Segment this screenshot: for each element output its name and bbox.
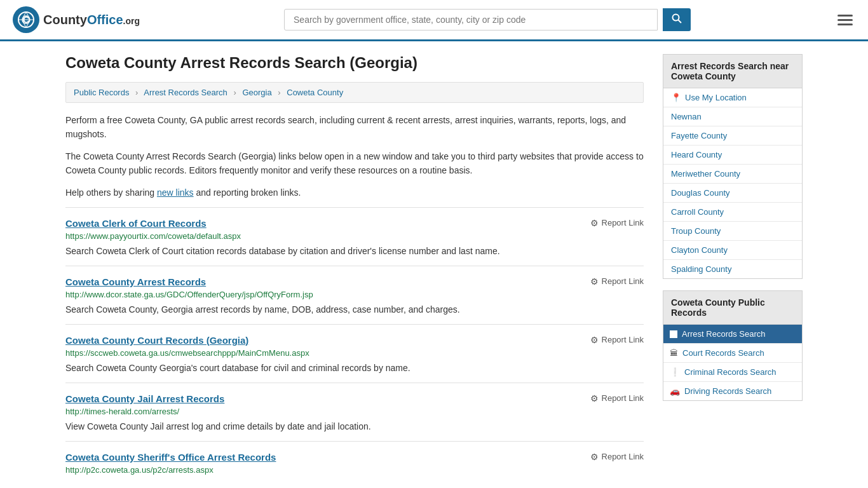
report-icon-3: ⚙ <box>590 393 599 403</box>
breadcrumb-arrest-records[interactable]: Arrest Records Search <box>144 88 227 97</box>
site-header: C CountyOffice.org <box>0 0 868 41</box>
main-container: Coweta County Arrest Records Search (Geo… <box>53 41 815 488</box>
public-icon-3: 🚗 <box>670 386 680 396</box>
sidebar-nearby-link-4[interactable]: Douglas County <box>671 188 730 198</box>
record-url-4: http://p2c.coweta.ga.us/p2c/arrests.aspx <box>65 465 644 475</box>
sidebar-nearby-link-5[interactable]: Carroll County <box>671 207 724 217</box>
sidebar-nearby-link-1[interactable]: Fayette County <box>671 131 727 140</box>
sidebar-nearby-link-6[interactable]: Troup County <box>671 226 721 236</box>
sidebar-nearby-item-4: Douglas County <box>663 184 802 203</box>
report-link-label-1: Report Link <box>602 276 644 286</box>
record-title-1[interactable]: Coweta County Arrest Records <box>65 276 206 287</box>
sidebar-nearby-title: Arrest Records Search near Coweta County <box>663 54 803 88</box>
record-entry-4: Coweta County Sheriff's Office Arrest Re… <box>65 441 644 486</box>
breadcrumb-coweta[interactable]: Coweta County <box>287 88 343 97</box>
content-area: Coweta County Arrest Records Search (Geo… <box>65 54 644 486</box>
sidebar-nearby-item-6: Troup County <box>663 222 802 241</box>
report-icon-0: ⚙ <box>590 218 599 228</box>
page-title: Coweta County Arrest Records Search (Geo… <box>65 54 644 72</box>
new-links-link[interactable]: new links <box>157 187 194 198</box>
public-link-2[interactable]: Criminal Records Search <box>684 367 776 377</box>
hamburger-line-1 <box>837 15 853 17</box>
record-url-3: http://times-herald.com/arrests/ <box>65 407 644 416</box>
record-entry-header-0: Coweta Clerk of Court Records ⚙ Report L… <box>65 218 644 229</box>
hamburger-button[interactable] <box>835 12 855 28</box>
sidebar-public-item-0[interactable]: Arrest Records Search <box>663 325 802 344</box>
record-desc-2: Search Coweta County Georgia's court dat… <box>65 362 644 375</box>
record-url-0: https://www.payyourtix.com/coweta/defaul… <box>65 231 644 241</box>
report-icon-2: ⚙ <box>590 335 599 345</box>
sidebar: Arrest Records Search near Coweta County… <box>663 54 803 486</box>
sidebar-public-records-title: Coweta County Public Records <box>663 290 803 325</box>
sidebar-nearby-item-7: Clayton County <box>663 241 802 260</box>
record-title-0[interactable]: Coweta Clerk of Court Records <box>65 218 207 229</box>
report-icon-1: ⚙ <box>590 276 599 287</box>
record-desc-1: Search Coweta County, Georgia arrest rec… <box>65 303 644 316</box>
record-title-4[interactable]: Coweta County Sheriff's Office Arrest Re… <box>65 452 276 463</box>
svg-point-4 <box>673 15 679 21</box>
sidebar-nearby-item-8: Spalding County <box>663 260 802 278</box>
record-desc-3: View Coweta County Jail arrest log and c… <box>65 420 644 433</box>
report-icon-4: ⚙ <box>590 452 599 462</box>
sidebar-nearby-item-5: Carroll County <box>663 203 802 222</box>
description-para-1: Perform a free Coweta County, GA public … <box>65 113 644 142</box>
sidebar-nearby-item-1: Fayette County <box>663 126 802 146</box>
report-link-label-2: Report Link <box>602 335 644 344</box>
breadcrumb-public-records[interactable]: Public Records <box>74 88 129 97</box>
public-icon-2: ❕ <box>670 367 680 377</box>
record-entry-header-1: Coweta County Arrest Records ⚙ Report Li… <box>65 276 644 287</box>
sidebar-nearby-link-0[interactable]: Newnan <box>671 112 702 121</box>
report-link-0[interactable]: ⚙ Report Link <box>590 218 644 228</box>
logo-icon: C <box>13 6 39 33</box>
description-para-2: The Coweta County Arrest Records Search … <box>65 149 644 178</box>
sidebar-public-item-1[interactable]: 🏛Court Records Search <box>663 344 802 363</box>
record-entry-header-3: Coweta County Jail Arrest Records ⚙ Repo… <box>65 393 644 404</box>
record-entry-2: Coweta County Court Records (Georgia) ⚙ … <box>65 324 644 383</box>
breadcrumb: Public Records › Arrest Records Search ›… <box>65 82 644 103</box>
report-link-3[interactable]: ⚙ Report Link <box>590 393 644 403</box>
sidebar-public-item-3[interactable]: 🚗Driving Records Search <box>663 382 802 400</box>
sidebar-nearby-link-2[interactable]: Heard County <box>671 150 722 159</box>
hamburger-line-2 <box>837 19 853 21</box>
record-desc-0: Search Coweta Clerk of Court citation re… <box>65 245 644 258</box>
public-icon-1: 🏛 <box>670 348 678 358</box>
logo-area: C CountyOffice.org <box>13 6 140 33</box>
hamburger-line-3 <box>837 24 853 25</box>
sidebar-public-records-links: Arrest Records Search🏛Court Records Sear… <box>663 325 803 401</box>
report-link-1[interactable]: ⚙ Report Link <box>590 276 644 287</box>
record-entry-1: Coweta County Arrest Records ⚙ Report Li… <box>65 266 644 324</box>
use-my-location-link[interactable]: Use My Location <box>685 93 747 102</box>
sidebar-nearby-item-3: Meriwether County <box>663 165 802 184</box>
report-link-label-3: Report Link <box>602 393 644 403</box>
report-link-label-0: Report Link <box>602 218 644 227</box>
sidebar-nearby-item-0: Newnan <box>663 107 802 126</box>
search-bar-area <box>284 8 691 31</box>
sidebar-nearby-link-3[interactable]: Meriwether County <box>671 169 740 179</box>
public-link-1[interactable]: Court Records Search <box>682 348 764 358</box>
record-url-2: https://sccweb.coweta.ga.us/cmwebsearchp… <box>65 348 644 358</box>
description-para-3-post: and reporting broken links. <box>194 187 301 198</box>
breadcrumb-sep-2: › <box>233 88 236 97</box>
sidebar-nearby-link-7[interactable]: Clayton County <box>671 245 728 255</box>
description-para-3: Help others by sharing new links and rep… <box>65 186 644 200</box>
search-input[interactable] <box>284 9 658 30</box>
record-entry-header-2: Coweta County Court Records (Georgia) ⚙ … <box>65 335 644 346</box>
sidebar-public-item-2[interactable]: ❕Criminal Records Search <box>663 363 802 382</box>
record-url-1: http://www.dcor.state.ga.us/GDC/Offender… <box>65 290 644 299</box>
public-link-3[interactable]: Driving Records Search <box>684 386 771 396</box>
report-link-4[interactable]: ⚙ Report Link <box>590 452 644 462</box>
search-button[interactable] <box>663 8 691 31</box>
record-entry-3: Coweta County Jail Arrest Records ⚙ Repo… <box>65 383 644 441</box>
pin-icon: 📍 <box>671 93 681 102</box>
public-records-container: Arrest Records Search🏛Court Records Sear… <box>663 325 802 400</box>
sidebar-nearby-item-2: Heard County <box>663 146 802 165</box>
sidebar-nearby-link-8[interactable]: Spalding County <box>671 264 731 274</box>
report-link-2[interactable]: ⚙ Report Link <box>590 335 644 345</box>
breadcrumb-georgia[interactable]: Georgia <box>242 88 271 97</box>
breadcrumb-sep-3: › <box>278 88 280 97</box>
logo-text: CountyOffice.org <box>43 13 140 27</box>
record-title-3[interactable]: Coweta County Jail Arrest Records <box>65 393 224 404</box>
sidebar-use-location-item: 📍 Use My Location <box>663 88 802 107</box>
record-title-2[interactable]: Coweta County Court Records (Georgia) <box>65 335 248 346</box>
description-para-3-pre: Help others by sharing <box>65 187 157 198</box>
